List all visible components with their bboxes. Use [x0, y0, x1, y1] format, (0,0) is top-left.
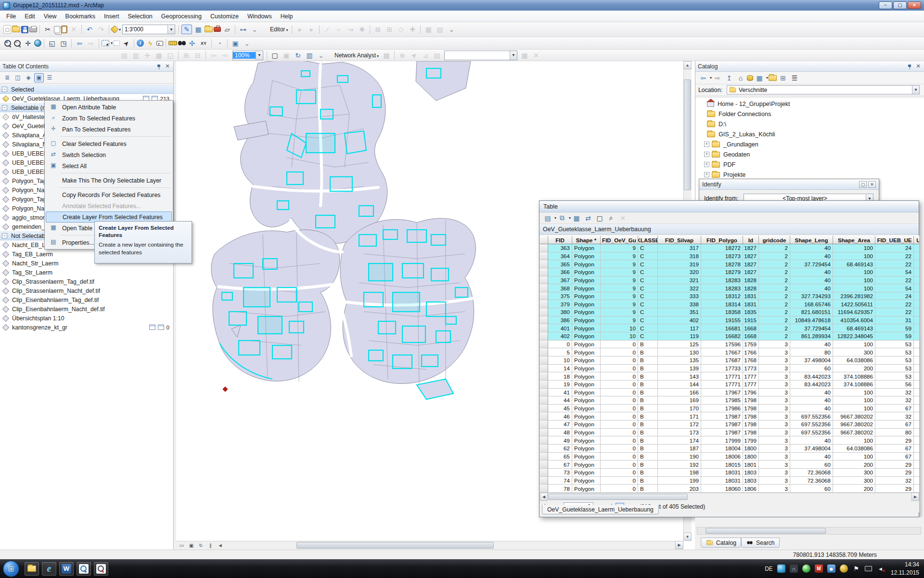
row-selector[interactable]	[540, 477, 548, 485]
row-selector[interactable]	[540, 324, 548, 332]
catalog-back-icon[interactable]: ⇦	[698, 73, 708, 83]
toc-group-selected[interactable]: −Selected	[0, 85, 173, 94]
expand-icon[interactable]: +	[704, 162, 709, 167]
row-selector[interactable]	[540, 485, 548, 493]
menu-file[interactable]: File	[2, 12, 20, 21]
title-bar[interactable]: Gruppe12_20151112.mxd - ArcMap − ▢ ✕	[0, 0, 924, 11]
list-by-selection-icon[interactable]: ▣	[34, 73, 44, 82]
list-by-visibility-icon[interactable]: ◈	[24, 73, 33, 82]
maximize-button[interactable]: ▢	[893, 1, 907, 9]
up-one-level-icon[interactable]: ↥	[724, 73, 734, 83]
column-header-shape_leng[interactable]: Shape_Leng	[790, 236, 833, 244]
row-selector[interactable]	[540, 396, 548, 405]
network-dataset-icon[interactable]: ▦	[381, 51, 392, 60]
tab-search[interactable]: Search	[741, 538, 780, 548]
menu-geoprocessing[interactable]: Geoprocessing	[157, 12, 206, 21]
tray-network-icon[interactable]	[865, 566, 872, 571]
column-header-fid_polygo[interactable]: FID_Polygo	[701, 236, 743, 244]
map-horizontal-scroll-thumb[interactable]	[296, 542, 494, 549]
menu-edit[interactable]: Edit	[20, 12, 39, 21]
toc-layer-item[interactable]: Clip_Strassenlaerm_Nacht_def.tif	[0, 286, 173, 295]
copy-icon[interactable]	[54, 26, 60, 33]
row-selector[interactable]	[540, 445, 548, 453]
pan-layout-icon[interactable]: ✛	[142, 51, 153, 60]
default-geodatabase-icon[interactable]	[747, 75, 753, 81]
location-combo[interactable]: Verschnitte ▼	[727, 85, 920, 94]
taskbar-clock[interactable]: 14:34 12.11.2015	[891, 561, 919, 576]
table-row[interactable]: 10Polygon0B135176871768337.49800464.0380…	[540, 356, 919, 365]
toc-layer-item[interactable]: Clip_Eisenbahnlaerm_Tag_def.tif	[0, 295, 173, 304]
table-tab[interactable]: OeV_Gueteklasse_Laerm_Ueberbauung	[542, 505, 659, 514]
row-selector[interactable]	[540, 460, 548, 469]
minimize-button[interactable]: −	[879, 1, 892, 9]
pan-icon[interactable]: ✛	[23, 39, 33, 48]
row-selector[interactable]	[540, 284, 548, 292]
editor-attributes-icon[interactable]: ▦	[423, 25, 434, 34]
catalog-item-geodaten[interactable]: +Geodaten	[695, 149, 924, 159]
catalog-item-pdf[interactable]: +PDF	[695, 159, 924, 170]
table-row[interactable]: 401Polygon10C117166811668237.72945468.46…	[540, 324, 919, 332]
language-indicator[interactable]: DE	[765, 565, 773, 572]
cut-icon[interactable]: ✂	[42, 25, 53, 34]
open-attribute-table-icon[interactable]: ▦	[193, 25, 204, 34]
column-header-klasse[interactable]: KLASSE	[638, 236, 658, 244]
tray-security-icon[interactable]	[840, 565, 848, 573]
close-button[interactable]: ✕	[908, 1, 921, 9]
table-row[interactable]: 365Polygon9C319182781827237.72945468.469…	[540, 260, 919, 268]
menu-customize[interactable]: Customize	[206, 12, 243, 21]
print-icon[interactable]	[29, 27, 37, 32]
catalog-forward-icon[interactable]: ⇨	[712, 73, 723, 83]
endpoint-arc-icon[interactable]: ⌐	[334, 25, 344, 34]
editor-sketch-tool-icon[interactable]: ✎	[181, 25, 192, 34]
row-selector[interactable]	[540, 292, 548, 301]
create-network-location-icon[interactable]: ⊕	[397, 51, 408, 60]
open-document-icon[interactable]	[12, 26, 20, 32]
catalog-item-folder-connections[interactable]: Folder Connections	[695, 109, 924, 119]
related-tables-icon[interactable]: ⧉	[557, 213, 567, 223]
catalog-home-icon[interactable]: ⌂	[735, 73, 746, 83]
trace-tool-icon[interactable]: ↝	[345, 25, 356, 34]
chevron-down-icon[interactable]: ▼	[912, 86, 919, 94]
catalog-window-icon[interactable]	[205, 26, 213, 32]
row-selector[interactable]	[540, 389, 548, 397]
close-icon[interactable]: ✕	[915, 63, 922, 69]
table-horizontal-scroll-thumb[interactable]	[548, 494, 688, 500]
collapse-icon[interactable]: −	[2, 233, 7, 238]
scroll-up-icon[interactable]: ▲	[683, 61, 692, 69]
pin-icon[interactable]	[156, 64, 162, 69]
row-selector[interactable]	[540, 300, 548, 308]
tray-update-icon[interactable]	[802, 565, 810, 573]
menu-selection[interactable]: Selection	[123, 12, 156, 21]
chevron-down-icon[interactable]: ▼	[256, 51, 263, 60]
menu-windows[interactable]: Windows	[243, 12, 276, 21]
previous-page-icon[interactable]: ⇦	[208, 51, 219, 60]
create-viewer-window-icon[interactable]: ▣	[230, 39, 241, 48]
scroll-right-icon[interactable]: ▶	[911, 493, 919, 501]
tray-headset-icon[interactable]: ∩	[790, 565, 798, 573]
python-window-icon[interactable]: ▱	[222, 25, 232, 34]
toc-layer-item[interactable]: Tag_Str_Laerm	[0, 268, 173, 277]
chevron-down-icon[interactable]: ▾	[119, 27, 121, 32]
table-row[interactable]: 402Polygon10C1191668216682861.2899341282…	[540, 332, 919, 341]
table-options-icon[interactable]: ▤	[542, 213, 553, 223]
identify-icon[interactable]: i	[137, 39, 144, 47]
catalog-tree-icon[interactable]: ⊞	[778, 73, 788, 83]
edit-annotation-tool-icon[interactable]: ▸	[306, 25, 317, 34]
selected-records-icon[interactable]	[149, 325, 155, 330]
refresh-button[interactable]: ↻	[197, 541, 205, 549]
menu-view[interactable]: View	[39, 12, 61, 21]
dock-scroll-thumb[interactable]	[706, 528, 826, 534]
chevron-down-icon[interactable]: ▾	[710, 76, 712, 80]
column-header-fid_oev_gu[interactable]: FID_OeV_Gu	[601, 236, 638, 244]
expand-icon[interactable]: +	[704, 142, 709, 147]
table-row[interactable]: 65Polygon0B19018006180034010067	[540, 453, 919, 461]
table-row[interactable]: 78Polygon0B20318060180636020029	[540, 485, 919, 493]
undo-icon[interactable]: ↶	[84, 25, 95, 34]
table-row[interactable]: 375Polygon9C3331831218312327.7342932396.…	[540, 292, 919, 301]
scroll-left-icon[interactable]: ◀	[540, 493, 548, 501]
chevron-down-icon[interactable]: ▾	[554, 216, 556, 220]
toolbar-overflow-icon[interactable]: ⌄	[316, 51, 326, 60]
menu-item-make-this-the-only-selectable-layer[interactable]: Make This The Only Selectable Layer	[46, 175, 172, 186]
row-selector[interactable]	[540, 356, 548, 365]
table-row[interactable]: 47Polygon0B1721798717983697.5523569667.3…	[540, 420, 919, 429]
